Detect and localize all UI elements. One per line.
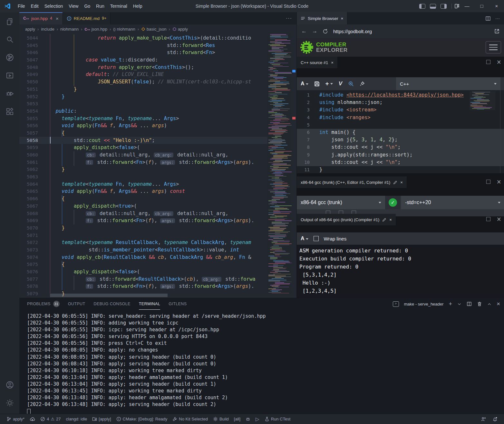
zoom-search-icon[interactable]	[348, 81, 354, 87]
close-icon[interactable]: ×	[497, 178, 501, 186]
feedback-item[interactable]	[478, 416, 489, 423]
horizontal-scrollbar[interactable]	[50, 294, 168, 297]
search-icon[interactable]	[0, 30, 19, 48]
save-icon[interactable]	[314, 81, 320, 87]
menu-selection[interactable]: Selection	[42, 0, 66, 12]
split-editor-icon[interactable]	[485, 16, 491, 21]
close-tab-icon[interactable]: ×	[56, 16, 59, 21]
vim-mode-icon[interactable]: V	[339, 80, 342, 87]
minimize-button[interactable]: —	[460, 0, 474, 12]
more-actions-icon[interactable]: ···	[495, 16, 500, 21]
explorer-icon[interactable]	[0, 12, 19, 30]
close-icon[interactable]: ×	[497, 58, 501, 67]
add-pane-button[interactable]: +	[325, 80, 333, 87]
close-icon[interactable]: ×	[389, 217, 392, 222]
menu-go[interactable]: Go	[81, 0, 93, 12]
debug-item[interactable]	[243, 416, 253, 423]
tab-gitlens[interactable]: GITLENS	[169, 298, 187, 310]
test-explorer-icon[interactable]	[0, 66, 19, 84]
compile-status-button[interactable]: ✓	[385, 196, 401, 209]
menu-help[interactable]: Help	[130, 0, 145, 12]
maximize-panel-chevron-icon[interactable]	[487, 302, 491, 306]
terminal-dropdown-chevron-icon[interactable]	[457, 302, 461, 306]
tab-simple-browser[interactable]: Simple Browser ×	[297, 12, 347, 24]
terminal-output[interactable]: [2022-04-30 06:05:55] INFO: serve_header…	[27, 313, 501, 408]
breadcrumb-item[interactable]: nlohmann	[60, 27, 79, 32]
toggle-sidebar-icon[interactable]	[419, 4, 425, 9]
close-panel-icon[interactable]: ×	[497, 300, 500, 307]
menu-view[interactable]: View	[66, 0, 81, 12]
close-window-button[interactable]: ×	[489, 0, 504, 12]
maximize-button[interactable]: □	[474, 0, 489, 12]
build-target-item[interactable]: [all]	[231, 416, 243, 423]
git-branch-item[interactable]: apply*	[4, 416, 27, 423]
menu-run[interactable]: Run	[93, 0, 107, 12]
reload-icon[interactable]	[323, 29, 328, 34]
hamburger-menu-icon[interactable]	[486, 41, 501, 53]
terminal-session-label[interactable]: make - serve_header	[404, 302, 444, 306]
tab-output[interactable]: OUTPUT	[68, 298, 85, 310]
clangd-status-item[interactable]: clangd: idle	[63, 416, 90, 423]
breadcrumb-item[interactable]: basic_json	[147, 27, 166, 32]
font-size-button[interactable]: A	[301, 236, 308, 241]
source-control-icon[interactable]	[0, 48, 19, 66]
launch-item[interactable]: ▷	[253, 416, 262, 423]
editor-actions-more-icon[interactable]: ···	[281, 15, 296, 21]
close-icon[interactable]: ×	[400, 180, 403, 185]
breadcrumb-item[interactable]: json.hpp	[92, 27, 107, 32]
project-item[interactable]: [apply]	[90, 416, 113, 423]
back-icon[interactable]: ←	[301, 28, 307, 34]
notifications-item[interactable]	[490, 416, 500, 423]
settings-gear-icon[interactable]	[0, 394, 19, 412]
breadcrumb-item[interactable]: nlohmann	[117, 27, 135, 32]
extensions-icon[interactable]	[0, 102, 19, 120]
forward-icon[interactable]: →	[312, 28, 317, 34]
menu-terminal[interactable]: Terminal	[107, 0, 130, 12]
split-terminal-icon[interactable]	[467, 301, 472, 306]
font-size-button[interactable]: A	[301, 81, 308, 87]
cmake-status-item[interactable]: CMake: [Debug]: Ready	[114, 416, 170, 423]
ctest-item[interactable]: Run CTest	[262, 416, 293, 423]
toggle-secondary-sidebar-icon[interactable]	[441, 4, 447, 9]
rename-pencil-icon[interactable]	[382, 218, 386, 222]
tab-terminal[interactable]: TERMINAL	[139, 298, 160, 310]
godbolt-source-editor[interactable]: 1#include <https://localhost:8443/apply/…	[297, 90, 504, 173]
new-terminal-icon[interactable]: +	[449, 301, 452, 307]
pin-icon[interactable]	[360, 81, 365, 86]
customize-layout-icon[interactable]	[454, 4, 460, 9]
build-item[interactable]: Build	[210, 416, 231, 423]
toggle-panel-icon[interactable]	[430, 4, 436, 9]
menu-edit[interactable]: Edit	[28, 0, 42, 12]
rename-pencil-icon[interactable]	[393, 180, 397, 184]
close-icon[interactable]: ×	[331, 60, 334, 65]
compiler-options-input[interactable]: -std=c++20	[401, 196, 504, 209]
open-external-icon[interactable]	[494, 28, 500, 34]
breadcrumb-item[interactable]: include	[41, 27, 54, 32]
tab-problems[interactable]: PROBLEMS31	[27, 298, 60, 310]
maximize-icon[interactable]: □	[486, 58, 490, 67]
problems-item[interactable]: 4 ⚠ 27	[38, 416, 63, 423]
close-icon[interactable]: ×	[497, 215, 501, 224]
publish-item[interactable]	[27, 416, 38, 423]
close-tab-icon[interactable]: ×	[341, 16, 344, 21]
tab-debug-console[interactable]: DEBUG CONSOLE	[93, 298, 130, 310]
tab-json-hpp[interactable]: C++ json.hpp 4 ×	[19, 12, 63, 24]
godbolt-scrollbar[interactable]	[500, 90, 500, 173]
menu-file[interactable]: File	[15, 0, 28, 12]
breadcrumb[interactable]: apply› include› nlohmann› C++ json.hpp› …	[19, 24, 296, 34]
run-debug-icon[interactable]	[0, 84, 19, 102]
output-window-tab[interactable]: Output of x86-64 gcc (trunk) (Compiler #…	[297, 214, 396, 225]
source-window-tab[interactable]: C++ source #1 ×	[297, 57, 337, 68]
account-icon[interactable]	[0, 376, 19, 394]
tab-readme-md[interactable]: README.md 9+	[63, 12, 111, 24]
url-input[interactable]: https://godbolt.org	[333, 29, 489, 34]
compiler-select[interactable]: x86-64 gcc (trunk)	[297, 196, 385, 209]
breadcrumb-item[interactable]: apply	[178, 27, 188, 32]
breadcrumb-item[interactable]: apply	[25, 27, 35, 32]
compiler-window-tab[interactable]: x86-64 gcc (trunk) (C++, Editor #1, Comp…	[297, 176, 407, 188]
kill-terminal-trash-icon[interactable]	[477, 301, 482, 306]
language-select[interactable]: C++	[396, 77, 500, 90]
maximize-icon[interactable]: □	[486, 215, 490, 224]
maximize-icon[interactable]: □	[486, 178, 490, 186]
minimap[interactable]	[267, 34, 292, 293]
